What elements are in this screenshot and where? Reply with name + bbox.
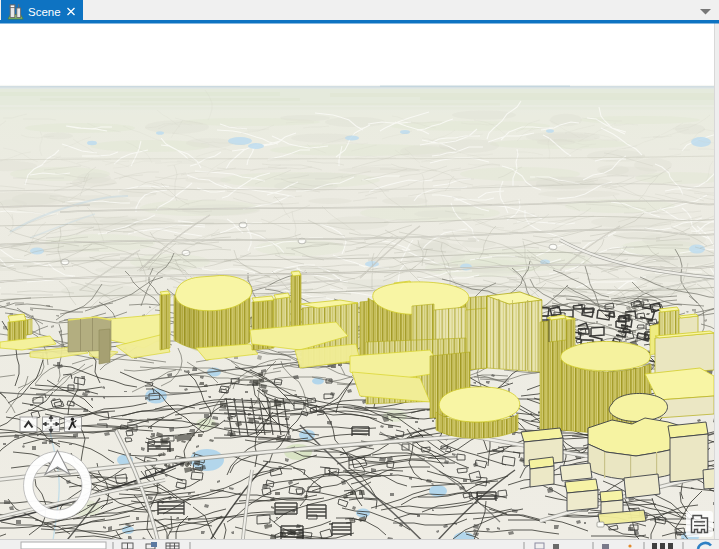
svg-text:Scene: Scene (28, 6, 61, 18)
